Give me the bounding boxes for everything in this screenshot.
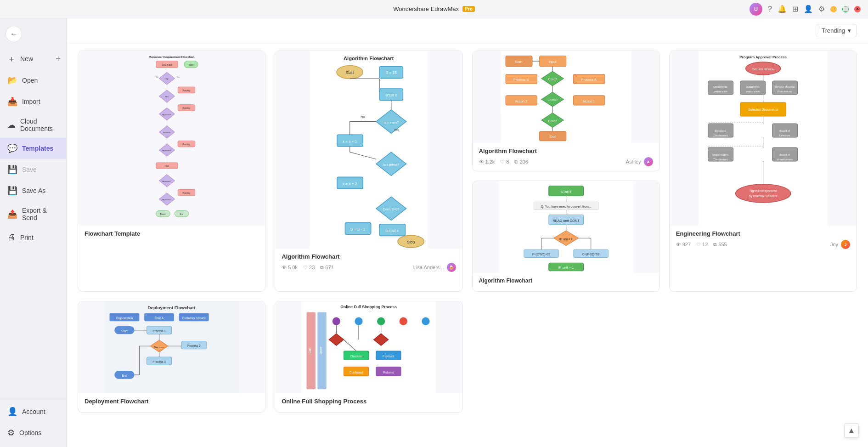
likes-meta: ♡ 23 [303,265,315,271]
template-card-engineering[interactable]: Program Approval Process Section Review … [669,51,857,292]
sidebar-item-account[interactable]: 👤 Account [0,401,66,422]
sidebar-item-templates[interactable]: 💬 Templates [0,138,66,159]
svg-text:x = x + 1: x = x + 1 [343,140,357,144]
sidebar-item-open-label: Open [22,77,38,84]
copies-meta: ⧉ 671 [320,265,333,271]
print-icon: 🖨 [7,232,16,242]
minimize-button[interactable]: − [830,6,837,12]
svg-text:S = S - 1: S = S - 1 [350,227,366,232]
app-title: Wondershare EdrawMax Pro [393,6,475,12]
author-name-3: Joy [830,242,838,247]
account-icon: 👤 [7,407,17,417]
notification-icon[interactable]: 🔔 [778,5,787,13]
author-name: Lisa Anders... [413,265,444,270]
likes-value-3: 12 [702,242,708,247]
svg-text:Documents: Documents [745,85,759,88]
sidebar-item-new[interactable]: ＋ New + [0,48,66,70]
svg-text:Directors: Directors [715,130,726,132]
copy-icon-2: ⧉ [514,159,518,165]
content-area: Trending ▾ Manpower Requirement Flowchar… [67,18,868,447]
svg-text:READ unit CONT: READ unit CONT [552,219,580,223]
pro-badge: Pro [462,6,475,12]
sidebar: ← ＋ New + 📂 Open 📥 Import ☁ Cloud Docume… [0,18,67,447]
back-button[interactable]: ← [6,26,22,42]
cloud-icon: ☁ [7,120,16,130]
template-card-meta-engineering: 👁 927 ♡ 12 ⧉ 555 Joy J [676,240,850,249]
sidebar-item-templates-label: Templates [22,145,53,152]
template-card-shopping[interactable]: Online Full Shopping Process Cart Order [275,301,462,413]
sidebar-item-import[interactable]: 📥 Import [0,91,66,112]
options-icon: ⚙ [7,428,15,438]
share-icon[interactable]: 👤 [804,5,813,13]
svg-text:Does S=0?: Does S=0? [383,208,400,211]
svg-text:Action 2: Action 2 [515,99,527,103]
help-icon[interactable]: ? [768,5,772,13]
svg-text:Review Meeting: Review Meeting [775,85,795,88]
svg-text:Pending: Pending [182,143,190,146]
sidebar-item-print[interactable]: 🖨 Print [0,227,66,248]
sidebar-item-account-label: Account [22,408,45,415]
svg-text:Done?: Done? [548,119,557,123]
svg-text:shareholders: shareholders [777,158,793,161]
svg-text:Pending: Pending [182,107,190,109]
template-card-title-algo2: Algorithm Flowchart [479,147,653,154]
svg-text:Check?: Check? [547,98,558,102]
template-card-img-algorithm: Algorithm Flowchart Start S = 15 enter x… [275,51,462,249]
template-card-title-engineering: Engineering Flowchart [676,230,850,237]
likes-meta-3: ♡ 12 [696,242,708,248]
svg-text:End: End [122,374,127,377]
maximize-button[interactable]: ⬜ [842,6,849,12]
sidebar-item-cloud-label: Cloud Documents [20,118,59,132]
sidebar-item-saveas-label: Save As [22,187,45,194]
svg-text:Directors: Directors [779,134,790,137]
close-button[interactable]: ✕ [854,6,861,12]
settings-icon[interactable]: ⚙ [818,5,825,13]
template-card-process[interactable]: START Q: You have need to convert from..… [472,181,660,292]
svg-text:Confirmed: Confirmed [349,371,363,374]
copies-meta-3: ⧉ 555 [713,242,727,248]
template-card-deployment[interactable]: Deployment Flowchart Organization Role A… [78,301,265,413]
svg-text:Approved?: Approved? [163,150,172,152]
template-card-img-engineering: Program Approval Process Section Review … [670,51,857,226]
template-card-flowchart[interactable]: Manpower Requirement Flowchart Data Inpu… [78,51,265,292]
template-card-img-process: START Q: You have need to convert from..… [473,181,659,273]
svg-text:Process 3: Process 3 [152,360,166,363]
content-toolbar: Trending ▾ [67,18,868,43]
template-card-info-deployment: Deployment Flowchart [78,393,265,412]
svg-text:Organization: Organization [116,317,133,320]
user-avatar[interactable]: U [750,3,762,16]
eye-icon-2: 👁 [479,159,484,164]
svg-text:Process 1: Process 1 [152,329,166,333]
svg-text:preparation: preparation [713,90,727,93]
svg-text:preparation: preparation [745,90,759,93]
svg-text:F=(C*9/5)+32: F=(C*9/5)+32 [532,253,550,256]
svg-text:Q: You have need to convert fr: Q: You have need to convert from... [541,205,591,209]
author-avatar-2: A [644,157,653,166]
svg-text:Shareholders: Shareholders [712,153,729,156]
svg-text:Start: Start [189,64,194,66]
sidebar-item-options[interactable]: ⚙ Options [0,422,66,443]
sort-label: Trending [822,27,845,34]
sidebar-item-import-label: Import [22,98,40,105]
sidebar-item-export[interactable]: 📤 Export & Send [0,201,66,227]
svg-text:Yes: Yes [176,76,180,78]
copies-meta-2: ⧉ 206 [514,159,528,165]
views-meta: 👁 5.0k [282,265,298,270]
svg-text:IF unit > 1: IF unit > 1 [558,266,574,270]
sidebar-item-saveas[interactable]: 💾 Save As [0,180,66,201]
template-card-algorithm[interactable]: Algorithm Flowchart Start S = 15 enter x… [275,51,462,292]
svg-text:Is x prime?: Is x prime? [383,163,400,167]
scroll-top-button[interactable]: ▲ [844,423,859,438]
svg-text:Pending: Pending [182,192,190,194]
copy-icon-3: ⧉ [713,242,717,248]
sidebar-item-cloud[interactable]: ☁ Cloud Documents [0,112,66,138]
sidebar-item-open[interactable]: 📂 Open [0,70,66,91]
community-icon[interactable]: ⊞ [792,5,798,13]
sort-dropdown[interactable]: Trending ▾ [816,24,857,37]
template-card-info-process: Algorithm Flowchart [473,273,659,291]
template-card-title-algorithm: Algorithm Flowchart [282,253,456,260]
sidebar-item-options-label: Options [19,429,41,436]
author-info-2: Ashley A [626,157,653,166]
svg-text:Program Approval Process: Program Approval Process [739,55,787,59]
template-card-algo2[interactable]: Start Input Cond? Process A Process B Ch… [472,51,660,171]
